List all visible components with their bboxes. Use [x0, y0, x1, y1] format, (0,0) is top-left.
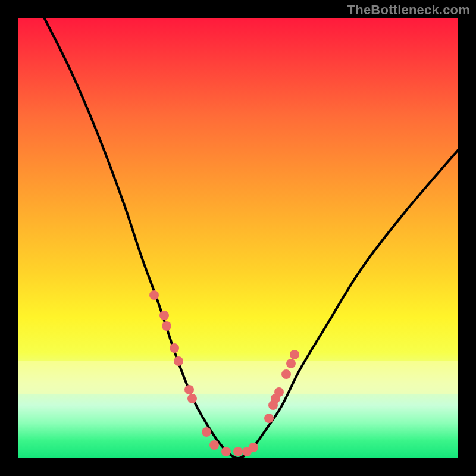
curve-svg	[18, 18, 458, 458]
sample-point	[286, 359, 296, 368]
chart-frame: TheBottleneck.com	[0, 0, 476, 476]
sample-point	[221, 447, 231, 456]
sample-point	[274, 387, 284, 397]
sample-point	[249, 443, 258, 452]
sample-point	[187, 394, 197, 403]
sample-point	[209, 440, 219, 450]
sample-point	[233, 447, 243, 456]
sample-point	[159, 311, 169, 320]
sample-point	[162, 321, 171, 331]
sample-point	[202, 427, 211, 437]
plot-area	[18, 18, 458, 458]
bottleneck-curve-path	[44, 18, 458, 458]
sample-point	[290, 350, 299, 359]
watermark-text: TheBottleneck.com	[347, 2, 470, 18]
